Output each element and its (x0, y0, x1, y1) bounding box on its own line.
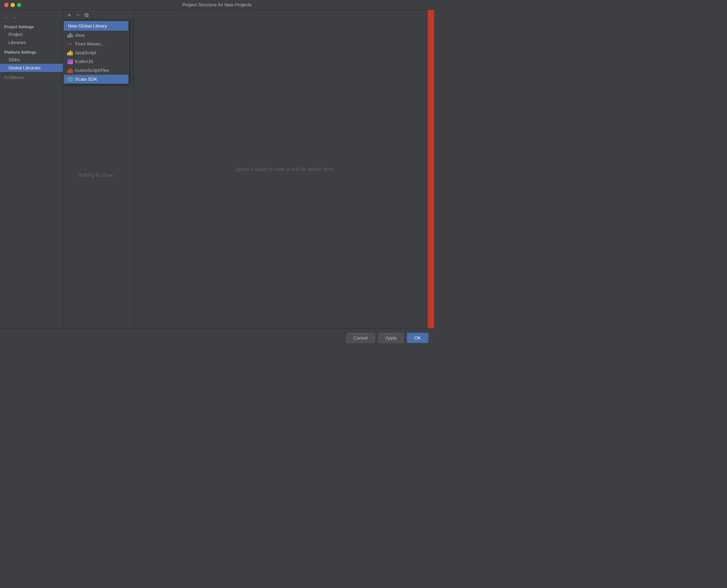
select-hint-label: Select a library to view or edit its det… (134, 166, 434, 172)
traffic-lights (4, 3, 21, 7)
dropdown-item-actionscript[interactable]: ActionScript/Flex (64, 66, 128, 75)
remove-button[interactable]: − (74, 11, 82, 19)
maven-label: From Maven... (75, 41, 105, 47)
sidebar-item-sdks[interactable]: SDKs (0, 56, 63, 64)
content-panel: Select a library to view or edit its det… (134, 10, 434, 329)
ok-button[interactable]: OK (407, 333, 428, 343)
back-arrow[interactable]: ← (3, 14, 11, 21)
forward-arrow[interactable]: → (11, 14, 18, 21)
nav-arrows-row: ← → (0, 13, 63, 23)
copy-button[interactable]: ⧉ (83, 11, 90, 19)
add-button[interactable]: + (66, 11, 73, 19)
kotlin-icon (67, 59, 73, 64)
middle-panel: + − ⧉ New Global Library Java (63, 10, 134, 329)
scala-icon (67, 77, 73, 82)
footer: Cancel Apply OK (0, 329, 434, 347)
dropdown-item-java[interactable]: Java (64, 31, 128, 39)
sidebar-item-libraries[interactable]: Libraries (0, 38, 63, 47)
right-edge-panel (428, 10, 434, 329)
java-label: Java (75, 32, 84, 38)
scala-label: Scala SDK (75, 76, 97, 82)
maven-icon: m (67, 41, 73, 47)
minimize-button[interactable] (11, 3, 15, 7)
new-global-library-dropdown: New Global Library Java m From Maven... (63, 21, 129, 84)
window-title: Project Structure for New Projects (183, 2, 252, 7)
close-button[interactable] (4, 3, 8, 7)
javascript-label: JavaScript (75, 50, 96, 55)
apply-button[interactable]: Apply (378, 333, 404, 343)
dropdown-header: New Global Library (64, 21, 128, 31)
actionscript-label: ActionScript/Flex (75, 68, 109, 73)
content-center: Select a library to view or edit its det… (134, 10, 434, 329)
sidebar-item-problems[interactable]: Problems (0, 72, 63, 81)
titlebar: Project Structure for New Projects (0, 0, 434, 10)
platform-settings-header: Platform Settings (0, 47, 63, 56)
panel-toolbar: + − ⧉ (63, 10, 134, 21)
actionscript-icon (67, 68, 73, 73)
javascript-icon (67, 50, 73, 55)
cancel-button[interactable]: Cancel (346, 333, 375, 343)
dropdown-item-scala[interactable]: Scala SDK (64, 75, 128, 84)
dropdown-item-javascript[interactable]: JavaScript (64, 48, 128, 57)
dropdown-item-kotlin[interactable]: Kotlin/JS (64, 57, 128, 66)
sidebar: ← → Project Settings Project Libraries P… (0, 10, 63, 329)
maximize-button[interactable] (17, 3, 21, 7)
main-layout: ← → Project Settings Project Libraries P… (0, 10, 434, 329)
nothing-to-show-label: Nothing to show (71, 165, 120, 185)
kotlin-label: Kotlin/JS (75, 59, 93, 64)
sidebar-item-global-libraries[interactable]: Global Libraries (0, 64, 63, 72)
sidebar-item-project[interactable]: Project (0, 30, 63, 38)
java-icon (67, 33, 73, 38)
dropdown-item-maven[interactable]: m From Maven... (64, 39, 128, 48)
project-settings-header: Project Settings (0, 23, 63, 30)
